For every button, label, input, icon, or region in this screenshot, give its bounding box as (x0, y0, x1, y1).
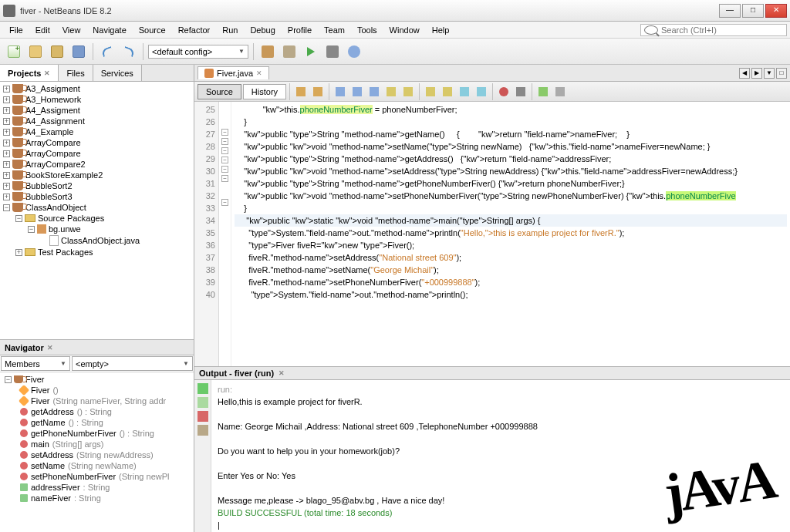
history-view-button[interactable]: History (243, 84, 286, 99)
code-line[interactable]: "kw">public "type">String "method-name">… (235, 153, 787, 165)
project-node[interactable]: +BubbleSort2 (2, 180, 192, 191)
prev-editor-button[interactable]: ◀ (739, 68, 750, 79)
next-editor-button[interactable]: ▶ (751, 68, 762, 79)
member-field[interactable]: addressFiver : String (2, 482, 192, 493)
class-node[interactable]: −Fiver (2, 374, 192, 385)
collapse-icon[interactable]: − (3, 204, 10, 211)
menu-tools[interactable]: Tools (351, 23, 383, 37)
rerun-button[interactable] (198, 383, 208, 394)
editor-tab-fiver[interactable]: Fiver.java ✕ (198, 66, 269, 79)
member-method[interactable]: setAddress(String newAddress) (2, 450, 192, 460)
menu-file[interactable]: File (3, 23, 29, 37)
fold-toggle[interactable]: − (221, 175, 228, 182)
search-box[interactable] (640, 24, 787, 36)
config-dropdown[interactable]: <default config> ▼ (148, 45, 248, 59)
code-line[interactable]: fiveR."method-name">setPhoneNumberFiver(… (235, 276, 787, 288)
expand-icon[interactable]: + (3, 129, 10, 136)
maximize-editor-button[interactable]: □ (776, 68, 787, 79)
project-node[interactable]: +A3_Homework (2, 94, 192, 105)
new-file-button[interactable] (5, 42, 23, 61)
menu-window[interactable]: Window (383, 23, 426, 37)
output-text[interactable]: run:Hello,this is example project for fi… (211, 380, 790, 532)
project-node[interactable]: +ArrayCompare (2, 148, 192, 159)
debug-button[interactable] (323, 42, 342, 61)
source-packages-node[interactable]: −Source Packages (2, 213, 192, 224)
shift-left-button[interactable] (457, 84, 472, 99)
code-line[interactable]: fiveR."method-name">setName("George Mich… (235, 264, 787, 276)
minimize-button[interactable]: — (719, 4, 741, 18)
profile-button[interactable] (345, 42, 363, 61)
code-line[interactable]: fiveR."method-name">setAddress("National… (235, 251, 787, 264)
menu-refactor[interactable]: Refactor (172, 23, 217, 37)
fold-toggle[interactable]: − (221, 138, 228, 145)
expand-icon[interactable]: + (3, 194, 10, 200)
expand-icon[interactable]: + (3, 150, 10, 157)
uncomment-button[interactable] (552, 84, 568, 99)
find-selection-button[interactable] (333, 84, 348, 99)
project-node[interactable]: +A4_Assignment (2, 116, 192, 126)
nav-fwd-button[interactable] (310, 84, 326, 99)
menu-profile[interactable]: Profile (282, 23, 318, 37)
find-next-button[interactable] (366, 84, 382, 99)
fold-toggle[interactable]: − (221, 157, 228, 163)
source-view-button[interactable]: Source (198, 84, 241, 99)
projects-tab[interactable]: Projects ✕ (0, 65, 59, 81)
macro-stop-button[interactable] (513, 84, 528, 99)
project-node[interactable]: +A3_Assigment (2, 83, 192, 94)
menu-help[interactable]: Help (426, 23, 456, 37)
code-editor[interactable]: 25262728293031323334353637383940 −−−−−−−… (194, 102, 790, 366)
code-line[interactable]: "kw">public "type">String "method-name">… (235, 177, 787, 190)
code-line[interactable]: } (235, 116, 787, 128)
fold-toggle[interactable]: − (221, 147, 228, 154)
code-line[interactable]: "type">System."field-name">out."method-n… (235, 288, 787, 301)
rerun-debug-button[interactable] (198, 397, 208, 408)
project-node[interactable]: +ArrayCompare (2, 137, 192, 148)
project-node[interactable]: −ClassAndObject (2, 202, 192, 213)
projects-tree[interactable]: +A3_Assigment+A3_Homework+A4_Assigment+A… (0, 82, 194, 339)
macro-rec-button[interactable] (496, 84, 511, 99)
code-line[interactable]: "kw">public "kw">void "method-name">setA… (235, 165, 787, 177)
code-line[interactable]: "kw">this.phoneNumberFiver = phoneNumber… (235, 103, 787, 116)
code-line[interactable]: "kw">public "kw">void "method-name">setN… (235, 140, 787, 153)
navigator-tree[interactable]: −FiverFiver()Fiver(String nameFiver, Str… (0, 372, 194, 532)
expand-icon[interactable]: + (3, 140, 10, 146)
member-ctor[interactable]: Fiver(String nameFiver, String addr (2, 396, 192, 406)
menu-source[interactable]: Source (133, 23, 172, 37)
expand-icon[interactable]: + (3, 86, 10, 93)
nav-back-button[interactable] (293, 84, 309, 99)
close-icon[interactable]: ✕ (44, 69, 50, 77)
members-dropdown[interactable]: Members ▼ (1, 356, 70, 371)
stop-button[interactable] (198, 411, 208, 422)
close-icon[interactable]: ✕ (256, 69, 262, 77)
toggle-bookmark-button[interactable] (400, 84, 416, 99)
output-settings-button[interactable] (198, 425, 208, 436)
project-node[interactable]: +A4_Example (2, 126, 192, 137)
expand-icon[interactable]: + (15, 249, 22, 256)
menu-edit[interactable]: Edit (29, 23, 56, 37)
search-input[interactable] (661, 25, 783, 35)
services-tab[interactable]: Services (93, 65, 142, 81)
next-bookmark-button[interactable] (440, 84, 455, 99)
code-line[interactable]: "type">System."field-name">out."method-n… (235, 227, 787, 239)
project-node[interactable]: +A4_Assigment (2, 105, 192, 116)
member-ctor[interactable]: Fiver() (2, 385, 192, 396)
maximize-button[interactable]: □ (742, 4, 764, 18)
save-all-button[interactable] (69, 42, 88, 61)
expand-icon[interactable]: + (3, 172, 10, 179)
member-method[interactable]: main(String[] args) (2, 439, 192, 450)
expand-icon[interactable]: + (3, 118, 10, 125)
package-node[interactable]: −bg.unwe (2, 224, 192, 234)
code-line[interactable]: } (235, 202, 787, 214)
test-packages-node[interactable]: +Test Packages (2, 247, 192, 258)
code-line[interactable]: "kw">public "kw">void "method-name">setP… (235, 190, 787, 202)
code-line[interactable]: "kw">public "type">String "method-name">… (235, 128, 787, 140)
member-method[interactable]: setPhoneNumberFiver(String newPl (2, 471, 192, 482)
code-area[interactable]: "kw">this.phoneNumberFiver = phoneNumber… (231, 102, 790, 366)
collapse-icon[interactable]: − (28, 226, 35, 233)
fold-column[interactable]: −−−−−−− (219, 102, 231, 366)
member-method[interactable]: getAddress() : String (2, 406, 192, 417)
expand-icon[interactable]: + (3, 107, 10, 114)
build-button[interactable] (258, 42, 277, 61)
collapse-icon[interactable]: − (5, 376, 12, 383)
comment-button[interactable] (535, 84, 551, 99)
